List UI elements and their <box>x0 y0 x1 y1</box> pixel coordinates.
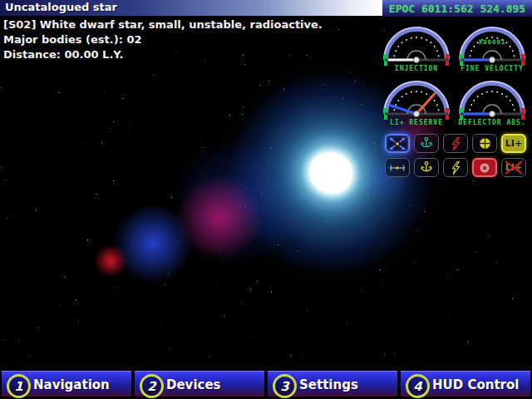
background-star <box>160 320 160 321</box>
background-star <box>128 131 129 131</box>
background-star <box>446 181 447 182</box>
background-star <box>425 211 426 212</box>
background-star <box>347 323 347 324</box>
gauge-fine-velocity: X00001 FINE VELOCITY <box>457 25 527 72</box>
background-star <box>237 222 238 223</box>
background-star <box>291 191 292 192</box>
background-star <box>447 274 448 275</box>
background-star <box>345 48 346 49</box>
background-star <box>59 92 60 93</box>
background-star <box>242 303 243 304</box>
background-star <box>87 239 88 240</box>
gauge-li-reserve: LI+ RESERVE <box>382 79 451 126</box>
background-star <box>379 269 380 270</box>
background-star <box>166 265 167 266</box>
background-star <box>283 89 284 90</box>
background-star <box>113 121 114 122</box>
background-star <box>131 125 131 126</box>
background-star <box>224 316 224 317</box>
background-star <box>413 216 414 217</box>
background-star <box>113 180 114 181</box>
menu-number-badge: 3 <box>273 374 297 398</box>
hook-icon <box>419 136 434 151</box>
background-star <box>307 310 308 311</box>
background-star <box>262 194 263 195</box>
glow-blue-mid <box>171 135 304 268</box>
menu-item-label: Settings <box>299 372 358 397</box>
menu-item-settings[interactable]: 3 Settings <box>268 371 397 397</box>
disc-button[interactable] <box>472 134 497 153</box>
background-star <box>245 206 246 207</box>
background-star <box>271 292 272 293</box>
background-star <box>165 284 166 285</box>
background-star <box>229 115 230 116</box>
background-star <box>326 220 327 221</box>
background-star <box>104 92 105 93</box>
background-star <box>209 357 209 357</box>
background-star <box>101 142 102 143</box>
gauge-dial <box>457 79 527 121</box>
background-star <box>295 183 296 184</box>
background-star <box>463 267 464 268</box>
gauge-label: LI+ RESERVE <box>382 119 451 126</box>
menu-item-devices[interactable]: 2 Devices <box>135 371 264 397</box>
disc-icon <box>478 136 492 150</box>
li-plus-disabled-button[interactable]: LI+ <box>501 158 526 177</box>
background-star <box>417 230 418 231</box>
bolt-yellow-button[interactable] <box>443 158 468 177</box>
background-star <box>201 222 202 223</box>
background-star <box>203 243 204 244</box>
background-star <box>325 89 326 90</box>
background-star <box>257 281 258 282</box>
hook-teal-button[interactable] <box>414 134 439 153</box>
background-star <box>219 284 219 285</box>
menu-item-navigation[interactable]: 1 Navigation <box>2 371 131 397</box>
background-star <box>243 106 244 107</box>
tracking-button[interactable] <box>385 134 410 153</box>
svg-text:X00001: X00001 <box>478 38 505 46</box>
background-star <box>259 85 260 86</box>
background-star <box>342 98 343 99</box>
background-star <box>411 205 411 206</box>
background-star <box>171 197 172 198</box>
crosshair-button[interactable] <box>385 158 410 177</box>
window-root: Uncatalogued star EPOC 6011:562 524.895 … <box>0 0 532 399</box>
background-star <box>242 114 243 115</box>
menu-number-badge: 1 <box>7 374 31 398</box>
background-star <box>415 260 416 261</box>
bolt-icon <box>449 160 462 175</box>
background-star <box>512 298 513 299</box>
background-star <box>480 366 481 367</box>
glow-magenta <box>176 175 263 261</box>
background-star <box>29 356 30 357</box>
background-star <box>253 337 254 338</box>
background-star <box>338 29 339 30</box>
background-star <box>244 64 245 65</box>
bolt-red-button[interactable] <box>443 134 468 153</box>
background-star <box>496 262 497 263</box>
background-star <box>122 98 123 99</box>
menu-item-label: Navigation <box>33 372 110 397</box>
menu-item-hud-control[interactable]: 4 HUD Control <box>401 371 530 397</box>
hook-yellow-button[interactable] <box>414 158 439 177</box>
title-bar: Uncatalogued star <box>0 0 382 16</box>
planet-red <box>94 244 127 278</box>
background-star <box>355 81 356 81</box>
star-core <box>309 152 352 194</box>
menu-number-badge: 2 <box>140 374 164 398</box>
background-star <box>270 148 271 149</box>
background-star <box>81 141 82 142</box>
background-star <box>374 143 375 144</box>
background-star <box>384 354 385 355</box>
background-star <box>5 339 6 340</box>
background-star <box>60 305 61 306</box>
record-button[interactable] <box>472 158 497 177</box>
background-star <box>219 250 219 251</box>
background-star <box>382 279 383 280</box>
li-plus-button[interactable]: LI+ <box>501 134 526 153</box>
background-star <box>76 299 76 300</box>
gauge-label: DEFLECTOR ABS. <box>457 119 527 126</box>
background-star <box>36 209 37 210</box>
background-star <box>358 204 359 204</box>
background-star <box>278 244 278 245</box>
